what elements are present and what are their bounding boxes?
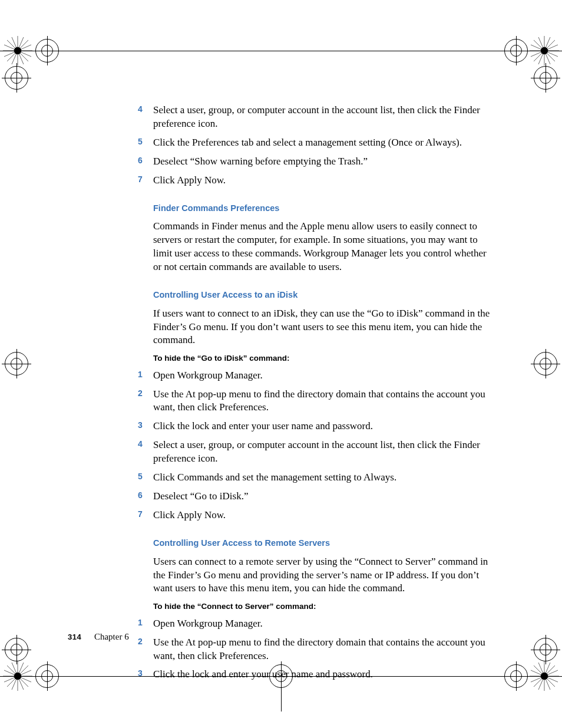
step-number: 3 xyxy=(138,668,153,679)
step-text: Click Apply Now. xyxy=(153,509,495,522)
step-number: 2 xyxy=(138,636,153,647)
step-number: 6 xyxy=(138,155,153,166)
sunburst-top-right xyxy=(530,36,559,65)
step-number: 7 xyxy=(138,174,153,185)
subheading-hide-idisk: To hide the “Go to iDisk” command: xyxy=(153,353,495,364)
registration-mark xyxy=(504,39,528,62)
step-item: 2 Use the At pop-up menu to find the dir… xyxy=(153,388,495,415)
step-text: Deselect “Show warning before emptying t… xyxy=(153,155,495,169)
step-text: Click the Preferences tab and select a m… xyxy=(153,136,495,150)
registration-mark xyxy=(35,39,59,62)
step-number: 7 xyxy=(138,509,153,520)
step-number: 2 xyxy=(138,388,153,399)
sunburst-bottom-right xyxy=(530,661,559,691)
registration-mark xyxy=(5,638,28,661)
step-item: 3 Click the lock and enter your user nam… xyxy=(153,420,495,433)
step-item: 4 Select a user, group, or computer acco… xyxy=(153,104,495,131)
step-number: 5 xyxy=(138,136,153,147)
heading-idisk: Controlling User Access to an iDisk xyxy=(153,289,495,301)
step-text: Use the At pop-up menu to find the direc… xyxy=(153,388,495,415)
step-item: 1 Open Workgroup Manager. xyxy=(153,369,495,383)
step-text: Click the lock and enter your user name … xyxy=(153,668,495,681)
sunburst-bottom-left xyxy=(3,661,32,691)
step-item: 5 Click the Preferences tab and select a… xyxy=(153,136,495,150)
step-item: 4 Select a user, group, or computer acco… xyxy=(153,439,495,466)
page-body: 4 Select a user, group, or computer acco… xyxy=(153,104,495,687)
subheading-hide-connect: To hide the “Connect to Server” command: xyxy=(153,601,495,612)
step-text: Click Apply Now. xyxy=(153,174,495,187)
step-number: 4 xyxy=(138,104,153,115)
registration-mark xyxy=(35,664,59,688)
registration-mark xyxy=(534,66,557,90)
step-number: 1 xyxy=(138,369,153,380)
step-item: 6 Deselect “Go to iDisk.” xyxy=(153,490,495,503)
paragraph: If users want to connect to an iDisk, th… xyxy=(153,307,495,348)
step-item: 1 Open Workgroup Manager. xyxy=(153,617,495,631)
step-item: 2 Use the At pop-up menu to find the dir… xyxy=(153,636,495,663)
step-item: 5 Click Commands and set the management … xyxy=(153,471,495,485)
step-text: Open Workgroup Manager. xyxy=(153,369,495,383)
step-text: Use the At pop-up menu to find the direc… xyxy=(153,636,495,663)
step-number: 3 xyxy=(138,420,153,431)
sunburst-top-left xyxy=(3,36,32,65)
heading-finder-commands: Finder Commands Preferences xyxy=(153,203,495,215)
step-number: 6 xyxy=(138,490,153,501)
step-item: 3 Click the lock and enter your user nam… xyxy=(153,668,495,681)
page-footer: 314 Chapter 6 xyxy=(68,631,129,643)
step-number: 5 xyxy=(138,471,153,482)
step-text: Click the lock and enter your user name … xyxy=(153,420,495,433)
crop-line-top xyxy=(0,51,562,51)
step-text: Click Commands and set the management se… xyxy=(153,471,495,485)
step-text: Select a user, group, or computer accoun… xyxy=(153,439,495,466)
step-item: 7 Click Apply Now. xyxy=(153,174,495,187)
step-item: 7 Click Apply Now. xyxy=(153,509,495,522)
step-text: Open Workgroup Manager. xyxy=(153,617,495,631)
step-text: Select a user, group, or computer accoun… xyxy=(153,104,495,131)
paragraph: Users can connect to a remote server by … xyxy=(153,555,495,596)
registration-mark xyxy=(5,352,28,375)
registration-mark xyxy=(504,664,528,688)
step-item: 6 Deselect “Show warning before emptying… xyxy=(153,155,495,169)
registration-mark xyxy=(534,638,557,661)
page-number: 314 xyxy=(68,633,81,641)
step-number: 4 xyxy=(138,439,153,450)
registration-mark xyxy=(534,352,557,375)
step-number: 1 xyxy=(138,617,153,628)
step-text: Deselect “Go to iDisk.” xyxy=(153,490,495,503)
paragraph: Commands in Finder menus and the Apple m… xyxy=(153,220,495,274)
heading-remote-servers: Controlling User Access to Remote Server… xyxy=(153,538,495,549)
chapter-label: Chapter 6 xyxy=(94,632,129,641)
registration-mark xyxy=(5,66,28,90)
